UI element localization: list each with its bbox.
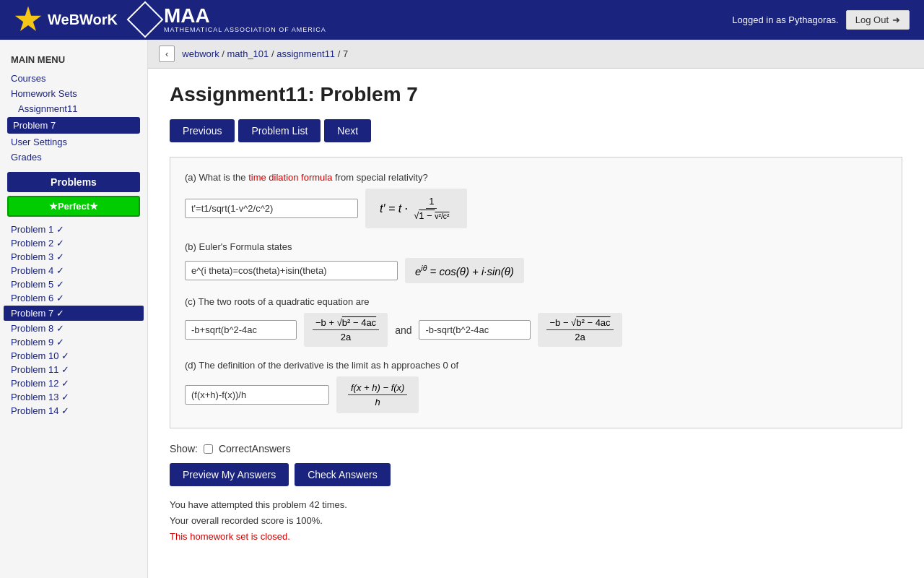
logged-in-text: Logged in as Pythagoras. <box>732 14 838 25</box>
sidebar-problem-2[interactable]: Problem 2 ✓ <box>0 236 147 250</box>
check-answers-button[interactable]: Check Answers <box>295 463 390 486</box>
main-content: ‹ webwork / math_101 / assignment11 / 7 … <box>148 40 924 578</box>
part-d-math: f(x + h) − f(x) h <box>336 376 419 413</box>
part-a-math: t′ = t · 1 √1 − v²/c² <box>365 189 467 228</box>
sidebar-problem-4[interactable]: Problem 4 ✓ <box>0 264 147 277</box>
problem-part-a: (a) What is the time dilation formula fr… <box>185 172 887 228</box>
breadcrumb-webwork[interactable]: webwork <box>182 48 219 59</box>
main-menu-title: MAIN MENU <box>0 51 147 71</box>
attempt-info: You have attempted this problem 42 times… <box>170 497 902 545</box>
sidebar-item-grades[interactable]: Grades <box>0 150 147 165</box>
attempt-line3: This homework set is closed. <box>170 529 902 545</box>
part-b-input[interactable] <box>185 261 398 280</box>
sidebar-problem-9[interactable]: Problem 9 ✓ <box>0 335 147 349</box>
problem-part-c: (c) The two roots of a quadratic equatio… <box>185 296 887 347</box>
attempt-line1: You have attempted this problem 42 times… <box>170 497 902 513</box>
sidebar-problem-11[interactable]: Problem 11 ✓ <box>0 363 147 376</box>
problem-part-d: (d) The definition of the derivative is … <box>185 360 887 413</box>
previous-button[interactable]: Previous <box>170 119 235 142</box>
sidebar-problem-3[interactable]: Problem 3 ✓ <box>0 250 147 264</box>
main-layout: MAIN MENU Courses Homework Sets Assignme… <box>0 40 924 578</box>
sidebar-problem-12[interactable]: Problem 12 ✓ <box>0 376 147 390</box>
logout-button[interactable]: Log Out ➜ <box>846 10 910 30</box>
content-area: Assignment11: Problem 7 Previous Problem… <box>148 69 924 559</box>
app-name: WeBWorK <box>48 12 118 28</box>
sidebar-problem-13[interactable]: Problem 13 ✓ <box>0 390 147 404</box>
sidebar-problem-6[interactable]: Problem 6 ✓ <box>0 291 147 305</box>
part-a-answer-row: t′ = t · 1 √1 − v²/c² <box>185 189 887 228</box>
breadcrumb-bar: ‹ webwork / math_101 / assignment11 / 7 <box>148 40 924 69</box>
part-c-math1: −b + √b² − 4ac 2a <box>304 313 388 347</box>
sidebar-item-homework-sets[interactable]: Homework Sets <box>0 86 147 101</box>
and-label: and <box>395 324 411 336</box>
problem-box: (a) What is the time dilation formula fr… <box>170 157 902 428</box>
show-area: Show: CorrectAnswers <box>170 443 902 454</box>
part-d-answer-row: f(x + h) − f(x) h <box>185 376 887 413</box>
webwork-logo: WeBWorK <box>14 6 118 33</box>
back-button[interactable]: ‹ <box>159 46 175 62</box>
part-d-input[interactable] <box>185 385 329 405</box>
part-b-question: (b) Euler's Formula states <box>185 241 887 252</box>
maa-logo: MAA MATHEMATICAL ASSOCIATION OF AMERICA <box>132 6 326 34</box>
maa-name: MAA <box>164 6 326 26</box>
next-button[interactable]: Next <box>324 119 371 142</box>
sidebar: MAIN MENU Courses Homework Sets Assignme… <box>0 40 148 578</box>
action-buttons: Preview My Answers Check Answers <box>170 463 902 486</box>
correct-answers-checkbox[interactable] <box>204 444 213 454</box>
perfect-badge: ★Perfect★ <box>7 196 140 217</box>
sidebar-item-user-settings[interactable]: User Settings <box>0 134 147 150</box>
sidebar-problem-7[interactable]: Problem 7 ✓ <box>4 306 144 321</box>
star-icon <box>14 6 42 33</box>
sidebar-problem-8[interactable]: Problem 8 ✓ <box>0 322 147 335</box>
maa-full-name: MATHEMATICAL ASSOCIATION OF AMERICA <box>164 26 326 34</box>
maa-diamond-icon <box>127 1 164 38</box>
show-label: Show: <box>170 443 198 454</box>
part-b-math: eiθ = cos(θ) + i·sin(θ) <box>405 258 524 283</box>
part-a-input[interactable] <box>185 199 358 218</box>
header: WeBWorK MAA MATHEMATICAL ASSOCIATION OF … <box>0 0 924 40</box>
sidebar-problem-10[interactable]: Problem 10 ✓ <box>0 349 147 363</box>
sidebar-problem-5[interactable]: Problem 5 ✓ <box>0 277 147 291</box>
part-a-question: (a) What is the time dilation formula fr… <box>185 172 887 183</box>
attempt-line2: Your overall recorded score is 100%. <box>170 513 902 529</box>
problem-list-button[interactable]: Problem List <box>238 119 321 142</box>
sidebar-problem-14[interactable]: Problem 14 ✓ <box>0 404 147 418</box>
preview-answers-button[interactable]: Preview My Answers <box>170 463 289 486</box>
problems-header: Problems <box>7 172 140 192</box>
part-c-math2: −b − √b² − 4ac 2a <box>538 313 622 347</box>
breadcrumb-problem-num: 7 <box>343 48 348 59</box>
part-d-question: (d) The definition of the derivative is … <box>185 360 887 371</box>
header-right: Logged in as Pythagoras. Log Out ➜ <box>732 10 910 30</box>
sidebar-item-courses[interactable]: Courses <box>0 71 147 86</box>
page-title: Assignment11: Problem 7 <box>170 83 902 106</box>
part-c-question: (c) The two roots of a quadratic equatio… <box>185 296 887 307</box>
part-c-input2[interactable] <box>419 320 531 340</box>
part-c-input1[interactable] <box>185 320 297 340</box>
part-c-answer-row: −b + √b² − 4ac 2a and −b − √b² − 4ac <box>185 313 887 347</box>
header-left: WeBWorK MAA MATHEMATICAL ASSOCIATION OF … <box>14 6 326 34</box>
part-b-answer-row: eiθ = cos(θ) + i·sin(θ) <box>185 258 887 283</box>
sidebar-item-assignment11[interactable]: Assignment11 <box>0 101 147 116</box>
breadcrumb-assignment11[interactable]: assignment11 <box>276 48 335 59</box>
breadcrumb: webwork / math_101 / assignment11 / 7 <box>182 48 348 59</box>
problem-part-b: (b) Euler's Formula states eiθ = cos(θ) … <box>185 241 887 283</box>
sidebar-problem-1[interactable]: Problem 1 ✓ <box>0 223 147 236</box>
sidebar-item-problem7[interactable]: Problem 7 <box>7 117 140 134</box>
problem-list: Problem 1 ✓Problem 2 ✓Problem 3 ✓Problem… <box>0 223 147 418</box>
correct-answers-label: CorrectAnswers <box>219 443 291 454</box>
breadcrumb-math101[interactable]: math_101 <box>227 48 269 59</box>
nav-buttons: Previous Problem List Next <box>170 119 902 142</box>
